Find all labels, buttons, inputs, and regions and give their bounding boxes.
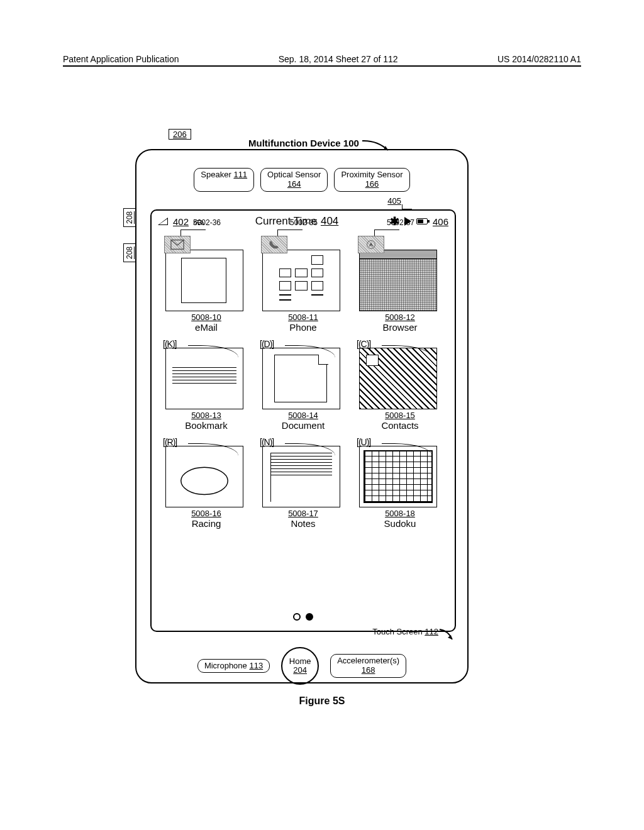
- num-phone: 5008-11: [288, 313, 318, 322]
- home-ref: 204: [293, 666, 307, 675]
- page-dot-1[interactable]: [293, 613, 301, 621]
- cell-contacts: [(C)] 5008-15 Contacts: [359, 339, 441, 431]
- touch-screen[interactable]: 402 Current Time 404 ✱ 406: [150, 209, 456, 632]
- num-racing: 5008-16: [191, 509, 221, 518]
- battery-ref: 406: [433, 216, 448, 227]
- proximity-ref: 166: [365, 179, 379, 189]
- pub-label: Patent Application Publication: [63, 54, 179, 64]
- device-frame: 208 208 Speaker 111 Optical Sensor 164 P…: [135, 149, 469, 683]
- label-email: eMail: [165, 322, 247, 333]
- touchscreen-label: Touch Screen 112: [372, 627, 438, 636]
- speaker-pill: Speaker 111: [194, 168, 254, 192]
- accelerometer-pill: Accelerometer(s) 168: [330, 654, 406, 678]
- figure-caption: Figure 5S: [0, 695, 644, 707]
- label-phone: Phone: [262, 322, 344, 333]
- label-browser: Browser: [359, 322, 441, 333]
- thumb-bookmark[interactable]: [165, 348, 243, 409]
- label-notes: Notes: [262, 518, 344, 529]
- device-diagram: Multifunction Device 100 206 208 208 Spe…: [135, 141, 469, 689]
- cell-racing: [(R)] 5008-16 Racing: [165, 437, 247, 529]
- cell-phone: 5002-35: [262, 236, 344, 333]
- microphone-pill: Microphone 113: [197, 659, 270, 673]
- mail-badge-icon: [164, 236, 191, 253]
- touchscreen-arrow-icon: [438, 628, 455, 642]
- num-email: 5008-10: [191, 313, 221, 322]
- thumb-browser[interactable]: [359, 250, 437, 311]
- ref-206: 206: [169, 129, 191, 140]
- home-button[interactable]: Home 204: [281, 647, 319, 685]
- num-browser: 5008-12: [385, 313, 415, 322]
- page-dot-2[interactable]: [306, 613, 313, 621]
- cell-browser: 5002-37 5008-12 Browser: [359, 236, 441, 333]
- badge-ref-2: 5002-35: [290, 218, 318, 227]
- battery-icon: [416, 218, 428, 224]
- num-notes: 5008-17: [288, 509, 318, 518]
- num-sudoku: 5008-18: [385, 509, 415, 518]
- label-racing: Racing: [165, 518, 247, 529]
- page-header: Patent Application Publication Sep. 18, …: [63, 54, 581, 67]
- thumb-racing[interactable]: [165, 446, 243, 507]
- thumb-document[interactable]: [262, 348, 340, 409]
- ref-208-top: 208: [123, 208, 136, 227]
- ref-208-bottom: 208: [123, 243, 136, 262]
- thumb-sudoku[interactable]: [359, 446, 437, 507]
- speaker-label: Speaker: [201, 170, 231, 179]
- sheet-label: Sep. 18, 2014 Sheet 27 of 112: [279, 54, 398, 64]
- phone-badge-icon: [261, 236, 287, 253]
- time-ref: 404: [321, 215, 338, 228]
- signal-ref: 402: [173, 216, 189, 227]
- thumb-contacts[interactable]: [359, 348, 437, 409]
- badge-ref-3: 5002-37: [387, 218, 414, 227]
- num-bookmark: 5008-13: [191, 411, 221, 420]
- thumb-email[interactable]: [165, 250, 243, 311]
- speaker-ref: 111: [233, 170, 247, 179]
- cell-email: 5002-36 5008-10 eMail: [165, 236, 247, 333]
- label-sudoku: Sudoku: [359, 518, 441, 529]
- sensor-row: Speaker 111 Optical Sensor 164 Proximity…: [136, 168, 467, 192]
- home-label: Home: [289, 657, 311, 666]
- label-document: Document: [262, 420, 344, 431]
- label-bookmark: Bookmark: [165, 420, 247, 431]
- bottom-row: Microphone 113 Home 204 Accelerometer(s)…: [136, 647, 467, 685]
- ref-405-leader: [402, 204, 412, 209]
- label-contacts: Contacts: [359, 420, 441, 431]
- pub-number: US 2014/0282110 A1: [497, 54, 581, 64]
- num-contacts: 5008-15: [385, 411, 415, 420]
- cell-bookmark: [(K)] 5008-13 Bookmark: [165, 339, 247, 431]
- ref-405: 405: [387, 196, 401, 206]
- svg-point-2: [181, 467, 228, 494]
- cell-document: [(D)] 5008-14 Document: [262, 339, 344, 431]
- page-indicator[interactable]: [293, 613, 313, 621]
- proximity-label: Proximity Sensor: [341, 170, 402, 179]
- num-document: 5008-14: [288, 411, 318, 420]
- thumb-phone[interactable]: [262, 250, 340, 311]
- thumb-notes[interactable]: [262, 446, 340, 507]
- badge-ref-1: 5002-36: [193, 218, 221, 227]
- proximity-pill: Proximity Sensor 166: [334, 168, 409, 192]
- optical-label: Optical Sensor: [267, 170, 321, 179]
- signal-icon: [158, 218, 168, 225]
- compass-badge-icon: [358, 236, 384, 253]
- cell-sudoku: [(U)] 5008-18 Sudoku: [359, 437, 441, 529]
- optical-pill: Optical Sensor 164: [260, 168, 328, 192]
- cell-notes: [(N)] 5008-17 Notes: [262, 437, 344, 529]
- device-title: Multifunction Device 100: [248, 138, 359, 148]
- app-grid: 5002-36 5008-10 eMail 5002-35: [165, 236, 441, 529]
- optical-ref: 164: [287, 179, 301, 189]
